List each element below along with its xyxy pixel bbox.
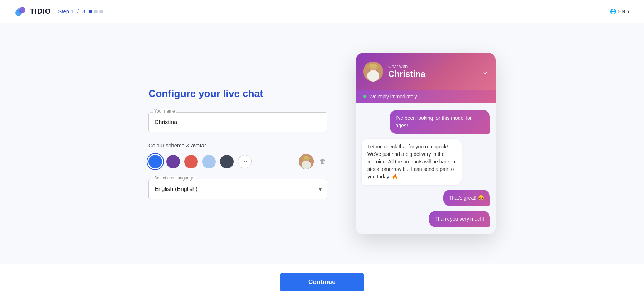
- color-section-label: Colour scheme & avatar: [148, 142, 327, 148]
- chat-status-bar: We reply immediately: [356, 90, 496, 103]
- message-4: Thank you very much!: [429, 211, 490, 227]
- language-select[interactable]: English (English) Spanish (Español) Fren…: [148, 179, 327, 199]
- avatar-preview: [299, 154, 314, 169]
- header: TIDIO Step 1 / 3 🌐 EN ▾: [0, 0, 644, 23]
- name-field-group: Your name: [148, 112, 327, 132]
- more-colors-icon: ···: [242, 158, 247, 165]
- language-selector[interactable]: 🌐 EN ▾: [610, 9, 630, 14]
- color-swatch-coral[interactable]: [184, 155, 198, 168]
- color-swatch-dark[interactable]: [220, 155, 234, 168]
- chat-header-info: Chat with Christina: [388, 64, 465, 79]
- svg-rect-14: [370, 64, 377, 68]
- chat-preview-panel: Chat with Christina ⋮ ⌄ We reply immedia…: [356, 53, 496, 234]
- delete-icon: 🗑: [319, 158, 326, 165]
- delete-avatar-button[interactable]: 🗑: [318, 156, 327, 167]
- language-label: EN: [618, 9, 625, 14]
- form-panel: Configure your live chat Your name Colou…: [148, 88, 327, 199]
- form-title: Configure your live chat: [148, 88, 327, 99]
- name-label: Your name: [153, 109, 176, 114]
- online-indicator: [363, 95, 366, 98]
- message-2: Let me check that for you real quick! We…: [362, 139, 462, 185]
- chat-minimize-icon[interactable]: ⌄: [482, 67, 488, 76]
- main-content: Configure your live chat Your name Colou…: [0, 23, 644, 264]
- name-input[interactable]: [148, 112, 327, 132]
- step-indicator: Step 1 / 3: [58, 8, 103, 14]
- svg-point-2: [17, 8, 20, 12]
- logo: TIDIO: [14, 5, 51, 18]
- message-1: I've been looking for this model for age…: [390, 110, 490, 134]
- chat-header-actions: ⋮ ⌄: [470, 67, 488, 76]
- language-field-group: Select chat language English (English) S…: [148, 179, 327, 199]
- chat-agent-name: Christina: [388, 69, 465, 79]
- chat-header: Chat with Christina ⋮ ⌄: [356, 53, 496, 90]
- tidio-logo-icon: [14, 5, 27, 18]
- avatar-image: [299, 154, 314, 169]
- chat-with-label: Chat with: [388, 64, 465, 69]
- continue-button[interactable]: Continue: [280, 273, 364, 291]
- chat-messages: I've been looking for this model for age…: [356, 103, 496, 234]
- globe-icon: 🌐: [610, 9, 616, 14]
- color-swatch-purple[interactable]: [166, 155, 180, 168]
- logo-text: TIDIO: [30, 7, 51, 15]
- message-3: That's great! 😄: [443, 190, 490, 206]
- language-chevron-icon: ▾: [627, 9, 630, 14]
- step-dot-2: [94, 10, 98, 13]
- status-text: We reply immediately: [369, 94, 417, 99]
- chat-avatar-image: [363, 62, 383, 82]
- step-dot-1: [89, 10, 92, 13]
- footer: Continue: [0, 264, 644, 300]
- color-avatar-row: ··· 🗑: [148, 154, 327, 169]
- color-swatch-blue[interactable]: [148, 155, 162, 168]
- header-left: TIDIO Step 1 / 3: [14, 5, 103, 18]
- more-colors-button[interactable]: ···: [238, 155, 252, 168]
- step-separator: /: [77, 8, 79, 14]
- step-total: 3: [82, 8, 85, 14]
- step-dots: [89, 10, 103, 13]
- language-label: Select chat language: [153, 176, 196, 181]
- color-section: Colour scheme & avatar ···: [148, 142, 327, 169]
- color-swatch-light-blue[interactable]: [202, 155, 216, 168]
- chat-agent-avatar: [363, 62, 383, 82]
- chat-menu-icon[interactable]: ⋮: [470, 67, 478, 76]
- step-label: Step 1: [58, 8, 73, 14]
- svg-point-12: [367, 70, 379, 82]
- svg-rect-8: [304, 156, 309, 159]
- step-dot-3: [99, 10, 103, 13]
